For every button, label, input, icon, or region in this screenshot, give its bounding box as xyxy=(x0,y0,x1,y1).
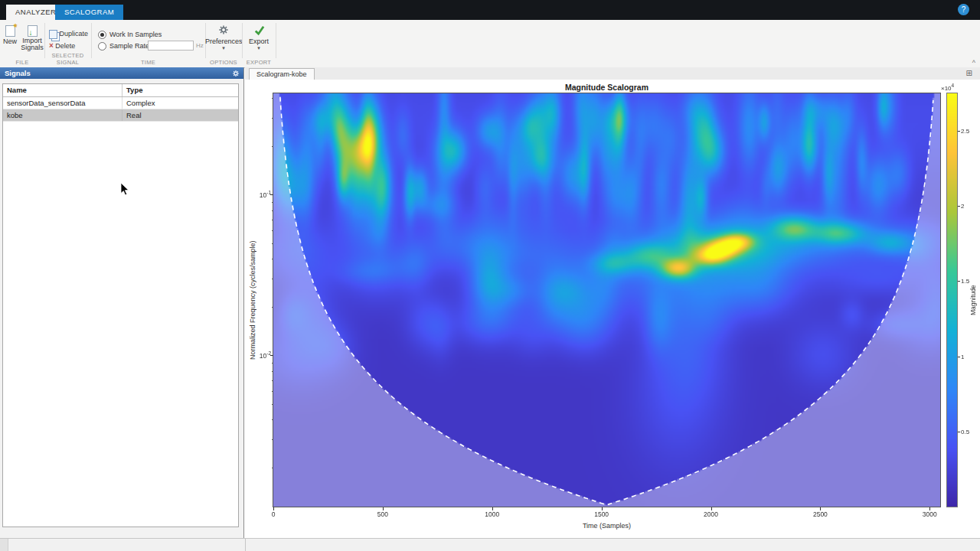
colorbar-label: Magnitude xyxy=(969,93,977,507)
import-signals-button[interactable]: ↓ Import Signals xyxy=(20,24,44,51)
colorbar-tick-label: 2.5 xyxy=(961,128,969,135)
panel-options-icon[interactable] xyxy=(232,69,240,80)
y-minor-tick xyxy=(272,363,273,364)
y-minor-tick xyxy=(272,371,273,372)
x-tick-label: 2500 xyxy=(813,510,828,518)
y-minor-tick xyxy=(272,230,273,231)
check-icon xyxy=(242,24,276,37)
ribbon-tab-bar: ANALYZER SCALOGRAM ? xyxy=(0,0,980,20)
column-header-type[interactable]: Type xyxy=(122,84,238,96)
colorbar-tick-label: 2 xyxy=(961,203,964,210)
y-minor-tick xyxy=(272,279,273,279)
plot-area: Magnitude Scalogram Time (Samples) Norma… xyxy=(245,80,980,538)
document-tab-bar: Scalogram-kobe ⊞ xyxy=(245,67,980,80)
colorbar-tick xyxy=(958,357,960,357)
y-minor-tick xyxy=(272,468,273,468)
x-tick-label: 500 xyxy=(377,510,388,518)
section-divider xyxy=(91,23,92,58)
signals-table: Name Type sensorData_sensorData Complex … xyxy=(2,83,239,527)
preferences-button[interactable]: Preferences ▾ xyxy=(205,24,242,51)
y-minor-tick xyxy=(272,404,273,405)
section-label-export: EXPORT xyxy=(242,59,276,66)
help-icon[interactable]: ? xyxy=(958,4,969,15)
delete-button[interactable]: × Delete xyxy=(49,41,75,51)
chevron-down-icon: ▾ xyxy=(205,45,242,51)
y-minor-tick xyxy=(272,220,273,220)
tab-scalogram[interactable]: SCALOGRAM xyxy=(55,5,123,20)
app-window: ANALYZER SCALOGRAM ? * New ↓ Import Sign… xyxy=(0,0,980,551)
toolstrip: * New ↓ Import Signals FILE Duplicate × … xyxy=(0,20,980,68)
chevron-down-icon: ▾ xyxy=(242,45,276,51)
signals-table-header: Name Type xyxy=(3,84,238,97)
y-minor-tick xyxy=(272,98,273,99)
y-minor-tick xyxy=(272,419,273,420)
document-panel: Scalogram-kobe ⊞ Magnitude Scalogram Tim… xyxy=(245,67,980,538)
x-tick-label: 2000 xyxy=(704,510,718,518)
sample-rate-radio[interactable]: Sample Rate xyxy=(98,41,149,51)
y-minor-tick xyxy=(272,118,273,119)
section-label-time: TIME xyxy=(91,59,205,66)
y-minor-tick xyxy=(272,439,273,440)
colorbar-tick-label: 1 xyxy=(961,353,964,360)
colorbar-tick xyxy=(958,281,960,282)
sample-rate-unit: Hz xyxy=(196,42,204,49)
status-bar-grip[interactable] xyxy=(0,539,8,551)
gear-icon xyxy=(205,24,242,37)
scalogram-canvas[interactable] xyxy=(273,93,940,507)
colorbar xyxy=(947,93,957,507)
x-tick-label: 3000 xyxy=(923,510,937,518)
section-label-options: OPTIONS xyxy=(205,59,242,66)
status-bar-divider xyxy=(245,539,246,551)
document-tab-scalogram-kobe[interactable]: Scalogram-kobe xyxy=(249,68,315,80)
colorbar-tick-label: 1.5 xyxy=(961,278,969,285)
table-row-selected[interactable]: kobe Real xyxy=(3,109,238,122)
y-minor-tick xyxy=(272,307,273,308)
y-minor-tick xyxy=(272,146,273,147)
layout-icon[interactable]: ⊞ xyxy=(966,68,972,79)
import-signals-icon: ↓ xyxy=(20,24,44,37)
section-label-file: FILE xyxy=(0,59,44,66)
y-minor-tick xyxy=(272,391,273,392)
colorbar-tick-label: 0.5 xyxy=(961,428,969,435)
work-in-samples-radio[interactable]: Work In Samples xyxy=(98,30,162,39)
y-tick-label: 10-2 xyxy=(254,351,271,360)
collapse-toolstrip-button[interactable]: ^ xyxy=(972,60,975,67)
y-minor-tick xyxy=(272,259,273,259)
table-row[interactable]: sensorData_sensorData Complex xyxy=(3,97,238,109)
duplicate-icon xyxy=(49,30,57,39)
signals-panel: Signals Name Type sensorData xyxy=(0,67,244,538)
section-divider xyxy=(276,23,276,58)
x-tick-label: 1000 xyxy=(485,510,499,518)
plot-title: Magnitude Scalogram xyxy=(273,83,940,92)
colorbar-tick xyxy=(958,432,960,432)
y-axis-label: Normalized Frequency (cycles/sample) xyxy=(248,93,257,507)
radio-unselected-icon xyxy=(98,42,106,51)
colorbar-exponent: ×104 xyxy=(941,83,954,92)
duplicate-button[interactable]: Duplicate xyxy=(49,29,88,39)
y-tick-label: 10-1 xyxy=(254,190,271,199)
status-bar xyxy=(0,538,980,551)
y-minor-tick xyxy=(272,202,273,203)
x-axis-label: Time (Samples) xyxy=(273,522,940,530)
y-minor-tick xyxy=(272,210,273,211)
column-header-name[interactable]: Name xyxy=(3,84,122,96)
delete-icon: × xyxy=(49,41,54,50)
x-tick-label: 0 xyxy=(272,510,276,518)
new-signal-icon: * xyxy=(0,24,20,37)
new-button[interactable]: * New xyxy=(0,24,20,45)
export-button[interactable]: Export ▾ xyxy=(242,24,276,51)
y-minor-tick xyxy=(272,243,273,244)
colorbar-tick xyxy=(958,131,960,132)
radio-selected-icon xyxy=(98,31,106,39)
colorbar-tick xyxy=(958,206,960,207)
sample-rate-input[interactable] xyxy=(148,41,194,51)
y-minor-tick xyxy=(272,380,273,381)
signals-panel-header: Signals xyxy=(0,67,243,79)
section-label-selected-signal: SELECTED SIGNAL xyxy=(44,52,91,66)
x-tick-label: 1500 xyxy=(594,510,609,518)
